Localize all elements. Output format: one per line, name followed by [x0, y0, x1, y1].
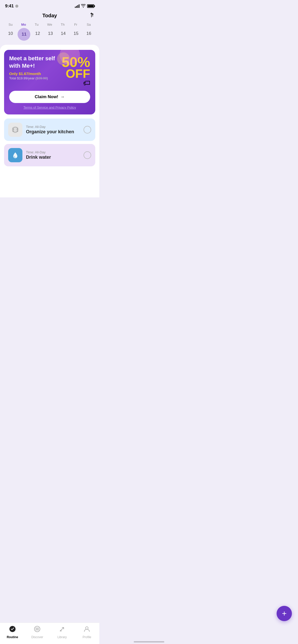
claim-button-label: Claim Now! [35, 94, 58, 99]
day-mo: Mo [18, 23, 29, 26]
day-th: Th [57, 23, 68, 26]
promo-text: Meet a better self with Me+! Only $1.67/… [9, 55, 62, 80]
task-card-kitchen: Time: All-Day Organize your kitchen [4, 119, 95, 141]
deco-circle-2 [57, 52, 70, 65]
task-name-kitchen: Organize your kitchen [26, 129, 80, 135]
promo-headline: Meet a better self with Me+! [9, 55, 62, 69]
task-icon-water [8, 148, 22, 162]
status-time: 9:41 [5, 4, 14, 9]
calendar-date-14[interactable]: 14 [58, 28, 69, 39]
calendar-date-16[interactable]: 16 [83, 28, 94, 39]
status-right [75, 4, 94, 8]
promo-banner: Meet a better self with Me+! Only $1.67/… [4, 50, 95, 114]
promo-price-monthly: Only $1.67/month [9, 71, 62, 76]
battery-icon [87, 4, 94, 8]
day-tu: Tu [31, 23, 42, 26]
terms-link[interactable]: Terms of Service and Privacy Policy [9, 106, 90, 109]
status-dot [15, 5, 18, 8]
page-title: Today [42, 13, 57, 19]
page-header: Today [0, 11, 99, 22]
calendar-date-13[interactable]: 13 [45, 28, 56, 39]
task-time-kitchen: Time: All-Day [26, 125, 80, 129]
calendar-date-11[interactable]: 11 [18, 28, 30, 41]
day-we: We [44, 23, 55, 26]
calendar-date-10[interactable]: 10 [5, 28, 16, 39]
discount-off: OFF [66, 68, 90, 80]
day-su: Su [5, 23, 16, 26]
signal-bars-icon [75, 4, 79, 8]
task-name-water: Drink water [26, 155, 80, 160]
task-card-water: Time: All-Day Drink water [4, 144, 95, 166]
calendar-dates: 10 11 12 13 14 15 16 [4, 28, 95, 41]
price-tag-icon: 🏷 [83, 79, 90, 87]
calendar-day-names: Su Mo Tu We Th Fr Sa [4, 23, 95, 26]
claim-button[interactable]: Claim Now! → [9, 91, 90, 103]
sort-icon[interactable] [89, 12, 94, 19]
task-info-kitchen: Time: All-Day Organize your kitchen [26, 125, 80, 135]
day-fr: Fr [70, 23, 81, 26]
wifi-icon [81, 4, 86, 8]
status-bar: 9:41 [0, 0, 99, 11]
calendar-date-15[interactable]: 15 [71, 28, 82, 39]
calendar: Su Mo Tu We Th Fr Sa 10 11 12 13 14 15 1… [0, 22, 99, 45]
task-icon-kitchen [8, 123, 22, 137]
claim-arrow-icon: → [60, 94, 65, 99]
task-time-water: Time: All-Day [26, 150, 80, 154]
task-checkbox-water[interactable] [84, 151, 91, 159]
task-info-water: Time: All-Day Drink water [26, 150, 80, 160]
task-checkbox-kitchen[interactable] [84, 126, 91, 134]
promo-price-yearly: Total $19.99/year ($39.99) [9, 76, 62, 80]
day-sa: Sa [83, 23, 94, 26]
main-content: Meet a better self with Me+! Only $1.67/… [0, 45, 99, 197]
calendar-date-12[interactable]: 12 [32, 28, 43, 39]
